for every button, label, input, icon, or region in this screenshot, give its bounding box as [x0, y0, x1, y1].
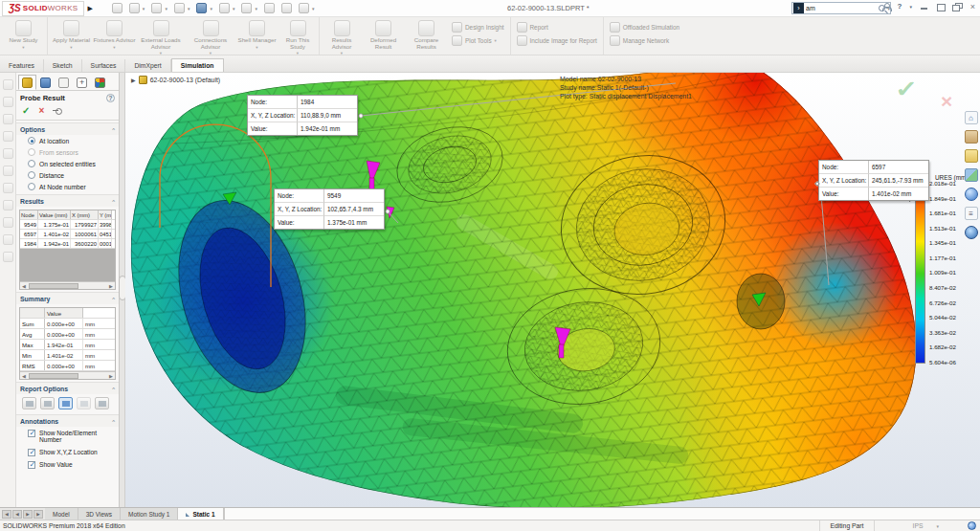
restore-icon[interactable]: [952, 3, 961, 11]
results-hscrollbar[interactable]: ◀ ▶: [20, 281, 115, 289]
scroll-left-icon[interactable]: ◀: [20, 373, 28, 379]
plot-graph-icon[interactable]: [58, 397, 73, 409]
pin-icon[interactable]: [53, 108, 62, 114]
annotations-collapse-icon[interactable]: ^: [112, 419, 115, 425]
col-value[interactable]: Value (mm): [38, 210, 71, 219]
results-advisor-button[interactable]: Results Advisor ▾: [322, 18, 362, 55]
probe-callout-1984[interactable]: Node:1984 X, Y, Z Location:110,88.9,0 mm…: [247, 95, 358, 136]
tree-ghost-icon[interactable]: [3, 200, 13, 210]
results-collapse-icon[interactable]: ^: [112, 199, 115, 205]
search-input[interactable]: [806, 5, 879, 11]
save-results-icon[interactable]: [22, 397, 36, 409]
home-icon[interactable]: [112, 3, 122, 13]
tab-features[interactable]: Features: [0, 59, 44, 72]
search-box[interactable]: › ▾: [791, 2, 891, 14]
results-section-header[interactable]: Results ^: [16, 194, 119, 207]
units-caret-icon[interactable]: ▾: [936, 523, 968, 529]
print-caret-icon[interactable]: ▾: [210, 6, 212, 11]
undo-icon[interactable]: [219, 3, 230, 13]
report-button[interactable]: Report: [517, 22, 597, 33]
options-section-header[interactable]: Options ^: [16, 122, 119, 135]
tab-simulation[interactable]: Simulation: [171, 58, 224, 72]
custom-properties-icon[interactable]: ≡: [965, 207, 978, 220]
pm-tab-chart[interactable]: [91, 75, 109, 90]
search-scope-icon[interactable]: ›: [793, 3, 804, 13]
new-caret-icon[interactable]: ▾: [143, 6, 145, 11]
maximize-icon[interactable]: [936, 3, 945, 11]
tree-ghost-icon[interactable]: [3, 234, 13, 245]
apply-material-caret-icon[interactable]: ▾: [50, 45, 93, 50]
capture-image-icon[interactable]: [95, 397, 109, 409]
new-study-button[interactable]: New Study ▾: [2, 18, 45, 50]
open-icon[interactable]: [151, 3, 162, 13]
radio-on-selected-entities[interactable]: On selected entities: [16, 158, 119, 169]
graphics-viewport[interactable]: ▶ 62-02-9000-13 (Default) ▾ ▾ ▾ ▾ ▾ ◀ ▶ …: [125, 73, 980, 507]
scroll-thumb[interactable]: [29, 373, 78, 379]
tab-sketch[interactable]: Sketch: [44, 59, 82, 72]
design-insight-button[interactable]: Design Insight: [452, 22, 504, 33]
tree-ghost-icon[interactable]: [3, 252, 13, 262]
prev-tab-icon[interactable]: ◀: [12, 510, 22, 519]
external-loads-advisor-button[interactable]: External Loads Advisor ▾: [136, 18, 186, 55]
close-icon[interactable]: ×: [969, 3, 977, 11]
new-study-caret-icon[interactable]: ▾: [2, 45, 45, 50]
open-caret-icon[interactable]: ▾: [165, 6, 167, 11]
scroll-left-icon[interactable]: ◀: [20, 283, 28, 289]
manage-network-button[interactable]: Manage Network: [610, 35, 679, 46]
tree-item-part[interactable]: 62-02-9000-13 (Default): [150, 77, 221, 83]
scroll-right-icon[interactable]: ▶: [107, 373, 115, 379]
tree-expand-icon[interactable]: ▶: [131, 77, 136, 83]
next-tab-icon[interactable]: ▶: [23, 510, 33, 519]
summary-collapse-icon[interactable]: ^: [112, 297, 115, 302]
fixtures-advisor-button[interactable]: Fixtures Advisor ▾: [93, 18, 136, 50]
ok-button[interactable]: ✓: [22, 105, 30, 116]
results-table[interactable]: Node Value (mm) X (mm) Y (m 9549 1.375e-…: [19, 210, 116, 290]
panel-help-icon[interactable]: ?: [106, 94, 115, 102]
tree-ghost-icon[interactable]: [3, 183, 13, 193]
scroll-thumb[interactable]: [29, 283, 78, 289]
tree-ghost-icon[interactable]: [3, 131, 13, 142]
summary-section-header[interactable]: Summary ^: [16, 292, 119, 304]
view-palette-icon[interactable]: [965, 168, 978, 182]
probe-callout-6597[interactable]: Node:6597 X, Y, Z Location:245,61.5,-7.9…: [818, 160, 929, 201]
options-caret-icon[interactable]: ▾: [312, 6, 315, 11]
appearances-icon[interactable]: [965, 188, 978, 201]
design-library-icon[interactable]: [965, 130, 978, 144]
compare-results-button[interactable]: Compare Results: [405, 18, 448, 50]
deformed-result-button[interactable]: Deformed Result: [362, 18, 405, 50]
shell-manager-caret-icon[interactable]: ▾: [235, 45, 278, 50]
new-document-icon[interactable]: [129, 3, 140, 13]
include-image-for-report-button[interactable]: Include Image for Report: [517, 35, 597, 46]
scroll-right-icon[interactable]: ▶: [107, 283, 115, 289]
fixtures-caret-icon[interactable]: ▾: [93, 45, 136, 50]
pm-tab-list[interactable]: [36, 75, 55, 90]
col-node[interactable]: Node: [20, 210, 38, 219]
select-caret-icon[interactable]: ▾: [255, 6, 257, 11]
save-icon[interactable]: [174, 3, 185, 13]
plot-tools-caret-icon[interactable]: ▾: [495, 38, 497, 43]
copy-table-icon[interactable]: [40, 397, 55, 409]
pm-tab-axis[interactable]: [73, 75, 91, 90]
run-this-study-button[interactable]: Run This Study ▾: [278, 18, 317, 55]
table-row[interactable]: 6597 1.401e-02 1000061 0451: [20, 230, 115, 239]
status-globe-icon[interactable]: [968, 521, 976, 530]
connections-advisor-button[interactable]: Connections Advisor ▾: [186, 18, 235, 55]
options-gear-icon[interactable]: [299, 3, 309, 13]
confirm-cancel-icon[interactable]: ×: [941, 90, 952, 113]
radio-distance[interactable]: Distance: [16, 169, 119, 181]
report-options-collapse-icon[interactable]: ^: [112, 387, 115, 392]
col-x[interactable]: X (mm): [71, 210, 99, 219]
tab-dimxpert[interactable]: DimXpert: [125, 59, 170, 72]
radio-at-node-number[interactable]: At Node number: [16, 181, 119, 192]
offloaded-simulation-button[interactable]: Offloaded Simulation: [610, 22, 679, 33]
tree-ghost-icon[interactable]: [3, 166, 13, 176]
undo-caret-icon[interactable]: ▾: [233, 6, 235, 11]
pm-tab-clipboard[interactable]: [55, 75, 73, 90]
radio-at-location[interactable]: At location: [16, 135, 119, 146]
col-y[interactable]: Y (m: [99, 210, 112, 219]
checkbox-show-value[interactable]: Show Value: [16, 458, 119, 471]
tree-ghost-icon[interactable]: [3, 114, 13, 124]
user-account-icon[interactable]: [882, 3, 890, 11]
cancel-button[interactable]: ×: [38, 105, 44, 116]
tab-model[interactable]: Model: [45, 508, 78, 520]
